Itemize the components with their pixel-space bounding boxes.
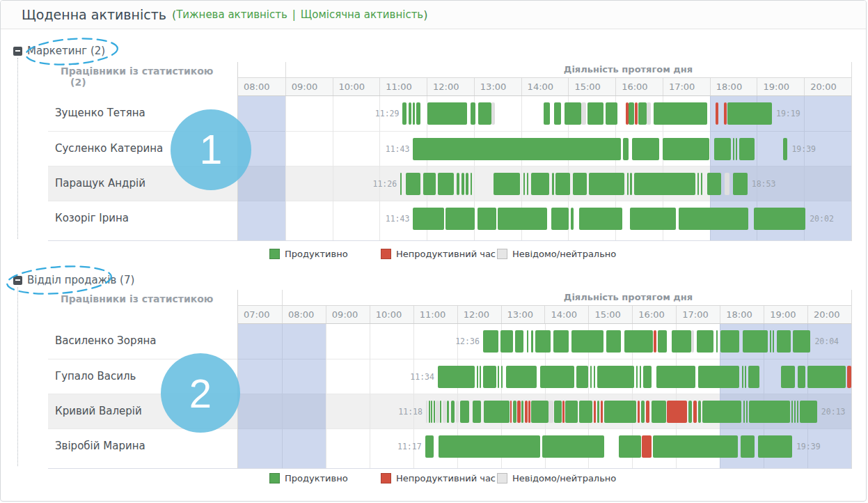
employee-name[interactable]: Звіробій Марина bbox=[48, 429, 237, 463]
activity-segment bbox=[427, 102, 467, 125]
hour-label: 20:00 bbox=[804, 78, 851, 95]
end-time-label: 20:04 bbox=[814, 324, 839, 359]
activity-segment bbox=[638, 102, 647, 125]
activity-segment bbox=[733, 173, 747, 195]
activity-segment bbox=[783, 138, 788, 160]
close-paren: ) bbox=[423, 8, 427, 22]
activity-segment bbox=[434, 401, 435, 423]
activity-segment bbox=[758, 435, 792, 458]
hour-label: 19:00 bbox=[764, 306, 807, 323]
activity-segment bbox=[716, 330, 718, 353]
activity-segment bbox=[632, 138, 659, 160]
activity-segment bbox=[652, 401, 666, 423]
activity-segment bbox=[471, 102, 475, 125]
activity-segment bbox=[794, 401, 796, 423]
activity-segment bbox=[579, 208, 622, 230]
activity-segment bbox=[473, 401, 481, 423]
activity-segment bbox=[629, 102, 633, 125]
activity-segment bbox=[402, 102, 406, 125]
activity-segment bbox=[400, 173, 402, 195]
hour-label: 12:00 bbox=[457, 306, 501, 323]
activity-segment bbox=[443, 401, 446, 423]
activity-segment bbox=[525, 401, 528, 423]
legend-item-productive: Продуктивно bbox=[269, 473, 381, 483]
activity-table-marketing: Працівники із статистикою (2) Діяльність… bbox=[48, 62, 852, 241]
activity-segment bbox=[531, 330, 533, 353]
hour-label: 07:00 bbox=[238, 306, 282, 323]
activity-segment bbox=[656, 366, 696, 388]
activity-segment bbox=[406, 173, 421, 195]
activity-segment bbox=[630, 173, 631, 195]
activity-segment bbox=[707, 173, 721, 195]
legend-item-neutral: Невідомо/нейтрально bbox=[497, 473, 616, 483]
start-time-label: 11:17 bbox=[397, 429, 422, 463]
activity-segment bbox=[654, 102, 707, 125]
employee-name[interactable]: Зущенко Тетяна bbox=[48, 96, 237, 131]
activity-segment bbox=[515, 330, 524, 353]
activity-segment bbox=[636, 366, 638, 388]
employee-name[interactable]: Кривий Валерій bbox=[48, 394, 237, 428]
timeline-header: Діяльність протягом дня 08:0009:0010:001… bbox=[237, 62, 851, 96]
activity-segment bbox=[498, 366, 499, 388]
hour-label: 14:00 bbox=[521, 78, 569, 95]
activity-segment bbox=[646, 401, 649, 423]
activity-segment bbox=[654, 330, 656, 353]
activity-segment bbox=[791, 401, 793, 423]
activity-segment bbox=[436, 401, 439, 423]
activity-segment bbox=[460, 401, 469, 423]
table-body: Зущенко Тетяна11:2919:19Сусленко Катерин… bbox=[48, 96, 851, 241]
timeline-caption-row: Діяльність протягом дня bbox=[238, 290, 851, 305]
activity-timeline: 11:4320:02 bbox=[237, 201, 851, 235]
legend-label: Продуктивно bbox=[285, 473, 348, 483]
activity-segment bbox=[425, 435, 434, 458]
caption-divider bbox=[285, 62, 286, 77]
page-title: Щоденна активність bbox=[22, 7, 166, 22]
activity-segment bbox=[739, 138, 755, 160]
activity-segment bbox=[653, 435, 738, 458]
activity-timeline: 11:2919:19 bbox=[237, 96, 851, 131]
activity-segment bbox=[587, 102, 604, 125]
activity-segment bbox=[643, 366, 652, 388]
weekly-activity-link[interactable]: Тижнева активність bbox=[176, 8, 287, 21]
hour-label: 18:00 bbox=[720, 306, 764, 323]
monthly-activity-link[interactable]: Щомісячна активність bbox=[301, 8, 423, 21]
legend-label: Продуктивно bbox=[285, 249, 348, 259]
employee-name[interactable]: Гупало Василь bbox=[48, 359, 237, 394]
employees-header-text: Працівники із статистикою bbox=[61, 65, 237, 77]
hour-labels: 08:0009:0010:0011:0012:0013:0014:0015:00… bbox=[238, 77, 851, 96]
legend-item-neutral: Невідомо/нейтрально bbox=[497, 249, 616, 259]
activity-segment bbox=[478, 208, 496, 230]
activity-segment bbox=[413, 138, 621, 160]
employee-name[interactable]: Сусленко Катерина bbox=[48, 132, 237, 166]
activity-segment bbox=[641, 401, 645, 423]
activity-segment bbox=[777, 330, 791, 353]
activity-segment bbox=[746, 401, 748, 423]
legend: ПродуктивноНепродуктивний часНевідомо/не… bbox=[269, 249, 616, 259]
collapse-marketing-button[interactable] bbox=[13, 47, 22, 56]
employee-name[interactable]: Козоріг Ірина bbox=[48, 201, 237, 235]
table-header: Працівники із статистикою Діяльність про… bbox=[48, 290, 851, 324]
hour-label: 15:00 bbox=[588, 306, 632, 323]
activity-segment bbox=[745, 366, 746, 388]
employee-name[interactable]: Паращук Андрій bbox=[48, 167, 237, 201]
activity-segment bbox=[770, 330, 771, 353]
activity-segment bbox=[445, 208, 474, 230]
activity-segment bbox=[743, 330, 768, 353]
activity-segment bbox=[781, 366, 795, 388]
activity-segment bbox=[741, 435, 755, 458]
activity-segment bbox=[426, 401, 428, 423]
hour-label: 13:00 bbox=[474, 78, 521, 95]
link-separator: | bbox=[292, 8, 296, 21]
employee-name[interactable]: Василенко Зоряна bbox=[48, 324, 237, 359]
activity-segment bbox=[581, 102, 586, 125]
hour-label: 17:00 bbox=[663, 78, 710, 95]
activity-segment bbox=[606, 102, 618, 125]
end-time-label: 20:02 bbox=[810, 201, 834, 235]
end-time-label: 19:39 bbox=[791, 132, 816, 166]
activity-segment bbox=[478, 102, 491, 125]
activity-segment bbox=[597, 401, 600, 423]
hour-label: 13:00 bbox=[501, 306, 545, 323]
collapse-sales-button[interactable] bbox=[13, 276, 22, 285]
activity-segment bbox=[626, 102, 628, 125]
employees-column-header: Працівники із статистикою (2) bbox=[48, 62, 237, 96]
